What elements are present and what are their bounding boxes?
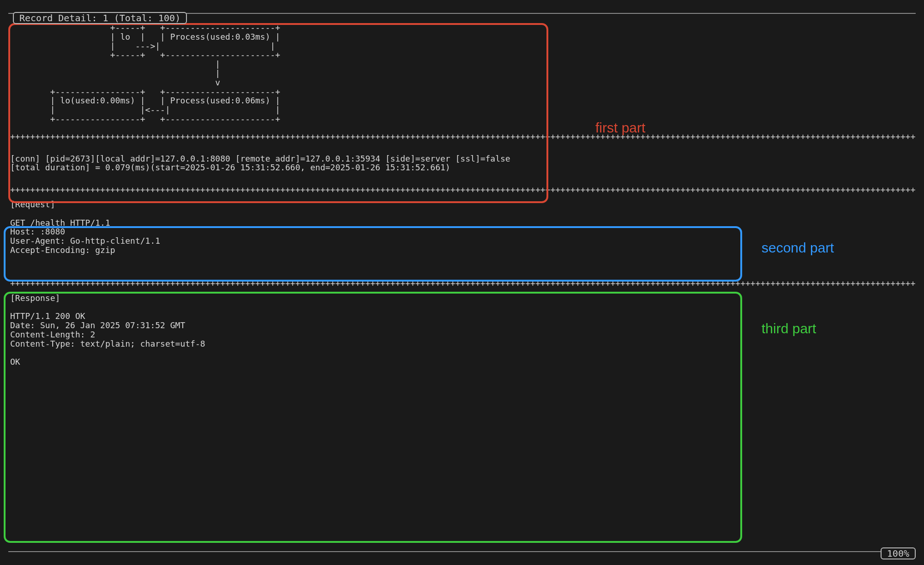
conn-line-1: [conn] [pid=2673][local addr]=127.0.0.1:…	[10, 154, 510, 163]
bottom-divider	[8, 551, 916, 552]
separator-1: ++++++++++++++++++++++++++++++++++++++++…	[8, 132, 916, 141]
response-label: [Response]	[10, 293, 60, 303]
connection-info: [conn] [pid=2673][local addr]=127.0.0.1:…	[8, 141, 916, 186]
flow-diagram: +-----+ +----------------------+ | lo | …	[8, 23, 916, 124]
scroll-percent-badge: 100%	[881, 547, 916, 559]
separator-2: ++++++++++++++++++++++++++++++++++++++++…	[8, 185, 916, 194]
annotation-label-second: second part	[762, 240, 834, 255]
panel-title-box: Record Detail: 1 (Total: 100)	[13, 12, 187, 24]
annotation-label-third: third part	[762, 321, 816, 336]
conn-line-2: [total duration] = 0.079(ms)(start=2025-…	[10, 162, 450, 172]
panel-title: Record Detail: 1 (Total: 100)	[19, 12, 180, 24]
annotation-label-first: first part	[595, 120, 645, 135]
request-label: [Request]	[10, 199, 55, 209]
response-body: HTTP/1.1 200 OK Date: Sun, 26 Jan 2025 0…	[10, 311, 205, 367]
request-body: GET /health HTTP/1.1 Host: :8080 User-Ag…	[10, 218, 160, 255]
scroll-percent-value: 100%	[887, 548, 909, 559]
separator-3: ++++++++++++++++++++++++++++++++++++++++…	[8, 279, 916, 288]
